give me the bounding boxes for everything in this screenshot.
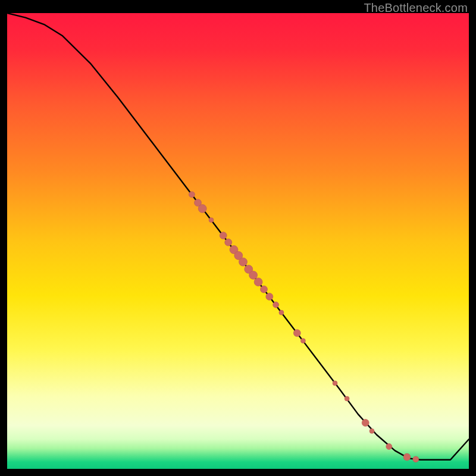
watermark-text: TheBottleneck.com — [364, 1, 468, 15]
data-point — [300, 339, 305, 343]
data-point — [239, 258, 248, 266]
data-point — [293, 330, 300, 337]
data-point — [220, 232, 227, 239]
data-point — [362, 419, 369, 427]
data-point — [345, 396, 349, 401]
data-point — [189, 192, 195, 198]
data-point — [273, 302, 279, 308]
data-point — [386, 444, 392, 450]
data-point — [266, 293, 273, 300]
data-point — [413, 456, 419, 462]
data-point — [249, 271, 258, 279]
data-point — [254, 278, 262, 286]
data-point — [279, 310, 284, 315]
data-point — [261, 286, 268, 293]
chart-stage: TheBottleneck.com — [0, 0, 476, 476]
data-point — [225, 239, 232, 246]
data-point — [333, 381, 337, 386]
data-point — [209, 218, 214, 223]
data-point — [198, 205, 206, 213]
chart-svg — [7, 13, 469, 469]
plot-area — [7, 13, 469, 469]
gradient-background — [7, 13, 469, 469]
data-point — [403, 453, 411, 461]
data-point — [369, 428, 374, 433]
